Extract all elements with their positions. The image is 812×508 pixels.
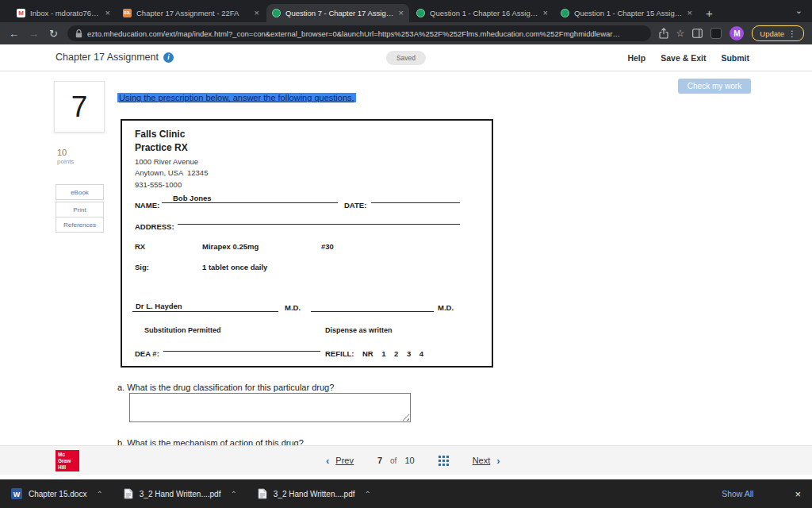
tab-question-ch16[interactable]: Question 1 - Chapter 16 Assign… ×: [411, 4, 553, 22]
help-button[interactable]: Help: [627, 53, 645, 63]
tab-close-icon[interactable]: ×: [543, 9, 548, 17]
show-all-downloads-button[interactable]: Show All: [722, 489, 753, 498]
doctor-signature: Dr L. Hayden: [132, 300, 278, 312]
answer-a-input[interactable]: [129, 393, 411, 422]
signature-blank-2: [311, 300, 434, 312]
md-label-2: M.D.: [438, 303, 454, 312]
pdf-file-icon: [258, 488, 267, 499]
browser-toolbar: ← → ↻ ezto.mheducation.com/ext/map/index…: [0, 22, 812, 44]
submit-button[interactable]: Submit: [721, 53, 749, 63]
sig-value: 1 tablet once daily: [202, 263, 267, 271]
total-pages: 10: [404, 456, 414, 465]
update-button[interactable]: Update ⋮: [752, 25, 804, 41]
tab-close-icon[interactable]: ×: [105, 9, 110, 17]
assignment-header: Chapter 17 Assignment i Saved Help Save …: [0, 44, 812, 71]
question-map-grid-icon[interactable]: [439, 456, 449, 466]
tab-question-ch15[interactable]: Question 1 - Chapter 15 Assign… ×: [555, 4, 698, 22]
bookmark-star-icon[interactable]: ☆: [676, 29, 685, 38]
points-value: 10: [57, 147, 74, 158]
extension-icon[interactable]: [710, 28, 722, 39]
substitution-permitted-label: Substitution Permitted: [144, 326, 221, 334]
tab-title: Chapter 17 Assignment - 22FA: [136, 9, 250, 17]
address-blank: [178, 214, 460, 225]
refill-options: NR 1 2 3 4: [362, 349, 423, 358]
address-label: ADDRESS:: [135, 222, 174, 231]
drug-quantity: #30: [321, 242, 334, 251]
lock-icon: [75, 29, 82, 38]
name-label: NAME:: [135, 201, 159, 210]
tab-bar: M Inbox - mdorato762@myncc… × D2L Chapte…: [0, 0, 812, 22]
address-bar[interactable]: ezto.mheducation.com/ext/map/index.html?…: [67, 25, 651, 41]
browser-menu-icon[interactable]: ⋮: [788, 29, 796, 38]
tab-question-7-active[interactable]: Question 7 - Chapter 17 Assig… ×: [266, 4, 409, 22]
mcgraw-hill-logo: Mc Graw Hill: [56, 450, 79, 471]
question-number: 7: [71, 90, 88, 124]
print-link[interactable]: Print: [56, 202, 104, 217]
download-menu-caret-icon[interactable]: ⌃: [96, 490, 102, 498]
references-link[interactable]: References: [56, 217, 104, 233]
ebook-link[interactable]: eBook: [56, 184, 104, 200]
prev-chevron-icon[interactable]: ‹: [326, 456, 329, 466]
date-blank: [371, 193, 460, 203]
download-menu-caret-icon[interactable]: ⌃: [230, 490, 236, 498]
clinic-address-2: Anytown, USA 12345: [135, 168, 208, 177]
tab-inbox[interactable]: M Inbox - mdorato762@myncc… ×: [11, 4, 116, 22]
download-item[interactable]: 3_2 Hand Written....pdf ⌃: [258, 488, 371, 499]
tab-search-chevron-icon[interactable]: ⌄: [795, 6, 802, 16]
tab-close-icon[interactable]: ×: [255, 9, 259, 17]
download-filename: Chapter 15.docx: [29, 490, 86, 498]
assignment-footer: Mc Graw Hill ‹ Prev 7 of 10 Next ›: [0, 445, 812, 475]
new-tab-button[interactable]: +: [706, 7, 713, 19]
download-filename: 3_2 Hand Written....pdf: [140, 490, 221, 498]
assignment-title-row: Chapter 17 Assignment i: [56, 52, 174, 63]
rx-label: RX: [135, 242, 145, 251]
check-my-work-button[interactable]: Check my work: [678, 79, 751, 94]
browser-window: M Inbox - mdorato762@myncc… × D2L Chapte…: [0, 0, 812, 508]
info-icon[interactable]: i: [163, 52, 174, 63]
close-downloads-bar-icon[interactable]: ×: [795, 488, 801, 500]
page-of-label: of: [390, 456, 396, 465]
next-button[interactable]: Next: [473, 456, 491, 465]
clinic-name: Falls Clinic: [135, 129, 185, 140]
gmail-favicon: M: [17, 9, 25, 17]
profile-avatar[interactable]: M: [730, 26, 744, 40]
header-actions: Help Save & Exit Submit: [627, 53, 749, 63]
refill-label: REFILL:: [325, 349, 354, 358]
logo-line: Mc: [58, 452, 79, 458]
page-title: Chapter 17 Assignment: [56, 52, 159, 63]
download-filename: 3_2 Hand Written....pdf: [274, 490, 355, 498]
prescription-form: Falls Clinic Practice RX 1000 River Aven…: [121, 119, 493, 368]
side-panel-icon[interactable]: [692, 29, 703, 38]
download-item[interactable]: W Chapter 15.docx ⌃: [11, 488, 103, 499]
points-block: 10 points: [57, 147, 74, 167]
saved-badge: Saved: [386, 51, 426, 65]
next-chevron-icon[interactable]: ›: [496, 456, 500, 466]
forward-button[interactable]: →: [28, 29, 40, 39]
download-item[interactable]: 3_2 Hand Written....pdf ⌃: [124, 488, 237, 499]
tab-title: Question 7 - Chapter 17 Assig…: [285, 9, 394, 17]
logo-line: Hill: [58, 464, 79, 471]
share-icon[interactable]: [659, 28, 668, 39]
resize-handle-icon[interactable]: [401, 413, 409, 421]
tab-close-icon[interactable]: ×: [399, 9, 404, 17]
pdf-file-icon: [124, 488, 133, 499]
reload-button[interactable]: ↻: [48, 29, 59, 39]
back-button[interactable]: ←: [8, 29, 20, 39]
tab-assignment[interactable]: D2L Chapter 17 Assignment - 22FA ×: [117, 4, 265, 22]
drug-name: Mirapex 0.25mg: [202, 242, 259, 251]
question-instruction: Using the prescription below, answer the…: [117, 93, 356, 102]
sig-label: Sig:: [135, 263, 149, 271]
tab-close-icon[interactable]: ×: [688, 9, 692, 17]
prev-button[interactable]: Prev: [335, 456, 354, 465]
save-exit-button[interactable]: Save & Exit: [661, 53, 706, 63]
tab-title: Inbox - mdorato762@myncc…: [30, 9, 101, 17]
download-menu-caret-icon[interactable]: ⌃: [364, 490, 370, 498]
date-label: DATE:: [344, 201, 366, 210]
downloads-bar: W Chapter 15.docx ⌃ 3_2 Hand Written....…: [0, 479, 812, 508]
svg-text:W: W: [13, 491, 21, 498]
update-label: Update: [760, 29, 784, 38]
resource-links: eBook Print References: [56, 184, 104, 233]
clinic-phone: 931-555-1000: [135, 180, 182, 189]
sub-question-a: a. What is the drug classification for t…: [117, 383, 334, 392]
word-file-icon: W: [11, 488, 22, 499]
